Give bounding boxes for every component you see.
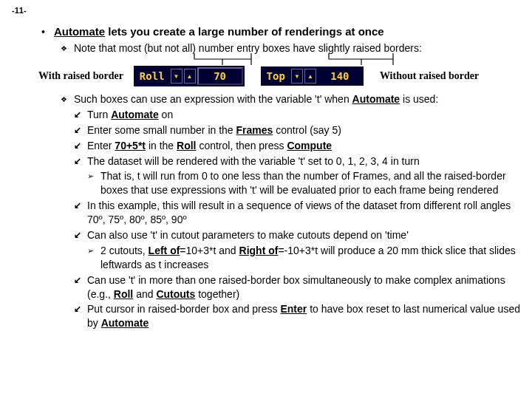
cutouts-link: Cutouts — [156, 288, 195, 300]
t: Put cursor in raised-border box and pres… — [87, 303, 280, 315]
step-rendered-detail: That is, t will run from 0 to one less t… — [100, 169, 520, 197]
top-value-input[interactable]: 140 — [318, 68, 362, 84]
t: Such boxes can use an expression with th… — [74, 93, 352, 105]
t: Enter — [87, 140, 115, 151]
roll-value-input[interactable]: 70 — [197, 67, 243, 85]
bullet-dot-icon: • — [41, 26, 45, 38]
step-roll-expr: Enter 70+5*t in the Roll control, then p… — [87, 139, 520, 153]
main-bullet: • Automate lets you create a large numbe… — [41, 25, 520, 38]
t: 2 cutouts, — [100, 245, 149, 256]
step-example: In this example, this will result in a s… — [87, 199, 520, 227]
step-cutout: Can also use 't' in cutout parameters to… — [87, 228, 520, 242]
automate-link: Automate — [101, 317, 149, 329]
t: Turn — [87, 109, 111, 120]
note-line: Note that most (but not all) number entr… — [74, 42, 520, 54]
expr-intro: Such boxes can use an expression with th… — [74, 92, 520, 106]
compute-link: Compute — [287, 140, 332, 151]
roll-label: Roll — [135, 69, 169, 83]
roll-control: Roll ▼ ▲ 70 — [134, 66, 245, 86]
t: control, then press — [197, 140, 287, 151]
with-raised-label: With raised border — [38, 70, 123, 82]
roll-link: Roll — [177, 140, 196, 151]
up-arrow-icon[interactable]: ▲ — [184, 69, 196, 83]
t: is used: — [400, 93, 438, 105]
bracket-left — [194, 52, 253, 66]
t: =10+3*t and — [180, 245, 239, 256]
t: control (say 5) — [273, 124, 341, 136]
t: in the — [146, 140, 177, 151]
frames-link: Frames — [236, 124, 273, 136]
step-cutout-detail: 2 cutouts, Left of=10+3*t and Right of=-… — [100, 244, 520, 272]
step-frames: Enter some small number in the Frames co… — [87, 123, 520, 137]
step-multi: Can use 't' in more than one raised-bord… — [87, 273, 520, 301]
top-control: Top ▼ ▲ 140 — [261, 66, 364, 86]
expr-link: 70+5*t — [115, 140, 146, 151]
t: on — [159, 109, 173, 120]
bracket-right — [328, 52, 395, 66]
step-enter-reset: Put cursor in raised-border box and pres… — [87, 302, 520, 330]
step-turn-on: Turn Automate on — [87, 108, 520, 122]
widget-row: With raised border Roll ▼ ▲ 70 Top ▼ ▲ 1… — [38, 66, 520, 86]
automate-link: Automate — [54, 25, 105, 38]
page-number: -11- — [12, 6, 520, 15]
top-label: Top — [262, 69, 290, 83]
rightof-link: Right of — [239, 245, 279, 256]
main-bullet-rest: lets you create a large number of render… — [105, 25, 384, 38]
main-bullet-text: Automate lets you create a large number … — [54, 25, 384, 38]
t: and — [133, 288, 156, 300]
without-raised-label: Without raised border — [380, 70, 479, 82]
up-arrow-icon[interactable]: ▲ — [304, 69, 316, 83]
roll-link: Roll — [114, 288, 133, 300]
leftof-link: Left of — [149, 245, 180, 256]
body-list: Such boxes can use an expression with th… — [74, 92, 520, 330]
automate-link: Automate — [352, 93, 400, 105]
down-arrow-icon[interactable]: ▼ — [291, 69, 303, 83]
step-rendered: The dataset will be rendered with the va… — [87, 154, 520, 168]
down-arrow-icon[interactable]: ▼ — [171, 69, 183, 83]
t: together) — [195, 288, 239, 300]
t: Enter some small number in the — [87, 124, 236, 136]
automate-link: Automate — [111, 109, 159, 120]
enter-link: Enter — [280, 303, 307, 315]
